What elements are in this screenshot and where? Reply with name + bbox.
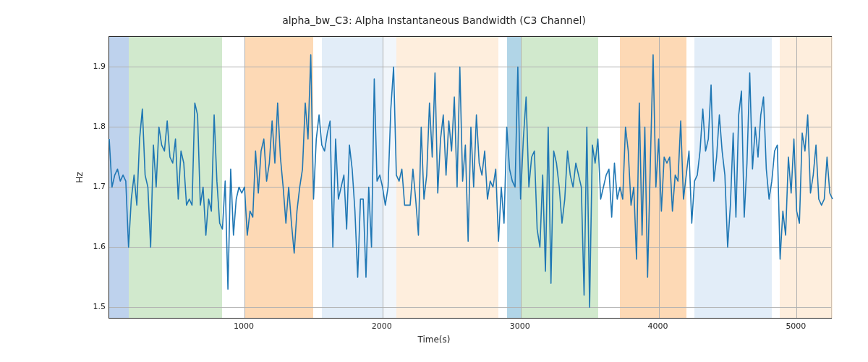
- x-tick-label: 1000: [234, 321, 254, 331]
- x-axis-label: Time(s): [0, 334, 868, 345]
- y-tick-label: 1.9: [69, 62, 106, 71]
- x-tick-label: 4000: [648, 321, 668, 331]
- y-tick-label: 1.6: [69, 242, 106, 251]
- line-series-svg: [109, 37, 831, 318]
- series-line: [109, 55, 833, 308]
- y-tick-label: 1.8: [69, 122, 106, 131]
- plot-area: [109, 36, 832, 319]
- x-tick-label: 3000: [510, 321, 530, 331]
- chart-title: alpha_bw_C3: Alpha Instantaneous Bandwid…: [0, 14, 868, 26]
- x-tick-label: 5000: [786, 321, 806, 331]
- y-tick-label: 1.7: [69, 182, 106, 191]
- x-tick-label: 2000: [372, 321, 392, 331]
- y-tick-label: 1.5: [69, 302, 106, 311]
- figure: alpha_bw_C3: Alpha Instantaneous Bandwid…: [0, 0, 868, 362]
